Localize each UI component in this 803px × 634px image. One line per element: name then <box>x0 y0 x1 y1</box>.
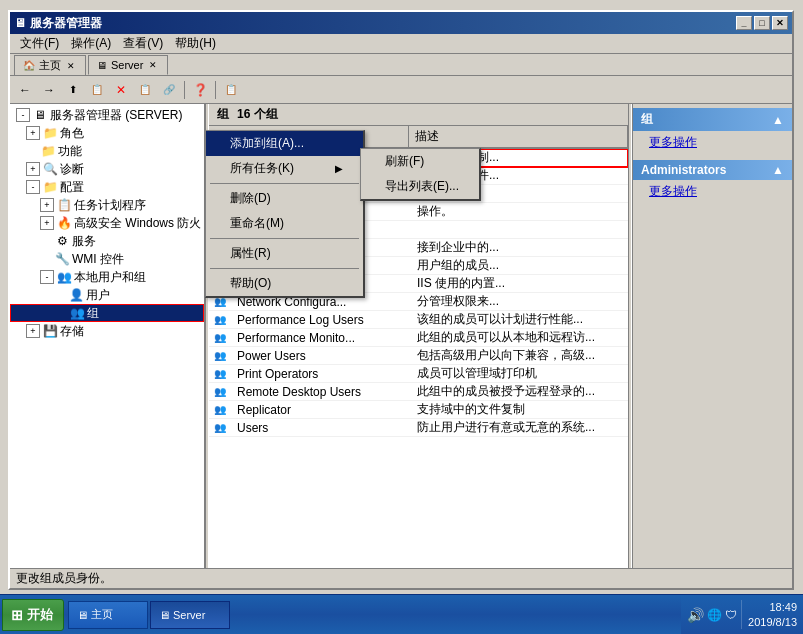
window-title: 服务器管理器 <box>30 15 102 32</box>
tab-server-close[interactable]: ✕ <box>147 60 159 70</box>
tree-expand-server[interactable]: - <box>16 108 30 122</box>
tree-label-firewall: 高级安全 Windows 防火 <box>74 215 201 232</box>
actions-section-admins[interactable]: Administrators ▲ <box>633 160 792 180</box>
ctx-add-to-group[interactable]: 添加到组(A)... <box>206 131 363 156</box>
tree-item-localusers[interactable]: - 👥 本地用户和组 <box>10 268 204 286</box>
tree-expand-tasks[interactable]: + <box>40 198 54 212</box>
list-row[interactable]: 👥 Remote Desktop Users 此组中的成员被授予远程登录的... <box>209 383 628 401</box>
menu-help[interactable]: 帮助(H) <box>169 33 222 54</box>
paste-button[interactable]: 📋 <box>134 79 156 101</box>
forward-button[interactable]: → <box>38 79 60 101</box>
tree-item-roles[interactable]: + 📁 角色 <box>10 124 204 142</box>
up-button[interactable]: ⬆ <box>62 79 84 101</box>
row-name: Print Operators <box>231 366 411 382</box>
list-row[interactable]: 👥 Print Operators 成员可以管理域打印机 <box>209 365 628 383</box>
start-button[interactable]: ⊞ 开始 <box>2 599 64 631</box>
help-button[interactable]: ❓ <box>189 79 211 101</box>
tree-item-users[interactable]: 👤 用户 <box>10 286 204 304</box>
row-desc: 分管理权限来... <box>411 292 505 311</box>
menu-action[interactable]: 操作(A) <box>65 33 117 54</box>
link-button[interactable]: 🔗 <box>158 79 180 101</box>
tree-item-features[interactable]: 📁 功能 <box>10 142 204 160</box>
tab-home[interactable]: 🏠 主页 ✕ <box>14 55 86 75</box>
tree-expand-diag[interactable]: + <box>26 162 40 176</box>
tree-label-users: 用户 <box>86 287 110 304</box>
extra-button[interactable]: 📋 <box>220 79 242 101</box>
toolbar: ← → ⬆ 📋 ✕ 📋 🔗 ❓ 📋 <box>10 76 792 104</box>
tree-item-groups[interactable]: 👥 组 <box>10 304 204 322</box>
tree-item-services[interactable]: ⚙ 服务 <box>10 232 204 250</box>
ctx-delete[interactable]: 删除(D) <box>206 186 363 211</box>
tab-home-label: 主页 <box>39 58 61 73</box>
clock-time: 18:49 <box>748 600 797 614</box>
title-bar-text: 🖥 服务器管理器 <box>14 15 102 32</box>
tree-expand-firewall[interactable]: + <box>40 216 54 230</box>
list-row[interactable]: 👥 Replicator 支持域中的文件复制 <box>209 401 628 419</box>
actions-section-groups[interactable]: 组 ▲ <box>633 108 792 131</box>
ctx-all-tasks[interactable]: 所有任务(K) ▶ <box>206 156 363 181</box>
ctx-help[interactable]: 帮助(O) <box>206 271 363 296</box>
delete-button[interactable]: ✕ <box>110 79 132 101</box>
sub-ctx-item2[interactable]: 导出列表(E)... <box>361 174 479 199</box>
actions-more-ops-2[interactable]: 更多操作 <box>633 180 792 203</box>
start-label: 开始 <box>27 606 53 624</box>
row-desc: 该组的成员可以计划进行性能... <box>411 310 589 329</box>
actions-panel: 组 ▲ 更多操作 Administrators ▲ 更多操作 <box>632 104 792 587</box>
maximize-button[interactable]: □ <box>754 16 770 30</box>
tree-item-wmi[interactable]: 🔧 WMI 控件 <box>10 250 204 268</box>
users-icon: 👤 <box>68 287 84 303</box>
copy-button[interactable]: 📋 <box>86 79 108 101</box>
clock-date: 2019/8/13 <box>748 615 797 629</box>
ctx-properties[interactable]: 属性(R) <box>206 241 363 266</box>
minimize-button[interactable]: _ <box>736 16 752 30</box>
row-name: Power Users <box>231 348 411 364</box>
actions-admins-label: Administrators <box>641 163 726 177</box>
actions-more-ops-1[interactable]: 更多操作 <box>633 131 792 154</box>
title-bar: 🖥 服务器管理器 _ □ ✕ <box>10 12 792 34</box>
taskbar-server[interactable]: 🖥 Server <box>150 601 230 629</box>
tree-expand-storage[interactable]: + <box>26 324 40 338</box>
tray-icon-1: 🔊 <box>687 607 704 623</box>
close-button[interactable]: ✕ <box>772 16 788 30</box>
row-desc: 操作。 <box>411 202 459 221</box>
tree-item-firewall[interactable]: + 🔥 高级安全 Windows 防火 <box>10 214 204 232</box>
col-desc[interactable]: 描述 <box>409 126 628 147</box>
row-desc <box>411 229 423 231</box>
tree-item-config[interactable]: - 📁 配置 <box>10 178 204 196</box>
row-name: Performance Monito... <box>231 330 411 346</box>
tab-home-close[interactable]: ✕ <box>65 61 77 71</box>
menu-bar: 文件(F) 操作(A) 查看(V) 帮助(H) <box>10 34 792 54</box>
tree-item-tasks[interactable]: + 📋 任务计划程序 <box>10 196 204 214</box>
list-row[interactable]: 👥 Performance Monito... 此组的成员可以从本地和远程访..… <box>209 329 628 347</box>
tree-expand-roles[interactable]: + <box>26 126 40 140</box>
row-desc: 此组的成员可以从本地和远程访... <box>411 328 601 347</box>
taskbar-server-label: Server <box>173 609 205 621</box>
row-icon: 👥 <box>212 420 228 436</box>
submenu-arrow: ▶ <box>335 163 343 174</box>
tree-expand-config[interactable]: - <box>26 180 40 194</box>
tree-label-features: 功能 <box>58 143 82 160</box>
tree-item-server[interactable]: - 🖥 服务器管理器 (SERVER) <box>10 106 204 124</box>
ctx-rename[interactable]: 重命名(M) <box>206 211 363 236</box>
list-row[interactable]: 👥 Users 防止用户进行有意或无意的系统... <box>209 419 628 437</box>
row-desc: 支持域中的文件复制 <box>411 400 531 419</box>
tab-server[interactable]: 🖥 Server ✕ <box>88 55 168 75</box>
sub-context-menu: 刷新(F) 导出列表(E)... <box>360 148 481 201</box>
tree-item-diag[interactable]: + 🔍 诊断 <box>10 160 204 178</box>
row-desc: 此组中的成员被授予远程登录的... <box>411 382 601 401</box>
taskbar-home[interactable]: 🖥 主页 <box>68 601 148 629</box>
tray-icon-3: 🛡 <box>725 608 737 622</box>
tree-expand-localusers[interactable]: - <box>40 270 54 284</box>
list-row[interactable]: 👥 Performance Log Users 该组的成员可以计划进行性能... <box>209 311 628 329</box>
tree-item-storage[interactable]: + 💾 存储 <box>10 322 204 340</box>
sub-ctx-item[interactable]: 刷新(F) <box>361 149 479 174</box>
back-button[interactable]: ← <box>14 79 36 101</box>
row-icon: 👥 <box>212 312 228 328</box>
menu-file[interactable]: 文件(F) <box>14 33 65 54</box>
row-icon: 👥 <box>212 366 228 382</box>
list-row[interactable]: 👥 Power Users 包括高级用户以向下兼容，高级... <box>209 347 628 365</box>
row-desc: 接到企业中的... <box>411 238 505 257</box>
list-title: 组 <box>217 106 229 123</box>
tab-home-icon: 🏠 <box>23 60 35 71</box>
menu-view[interactable]: 查看(V) <box>117 33 169 54</box>
